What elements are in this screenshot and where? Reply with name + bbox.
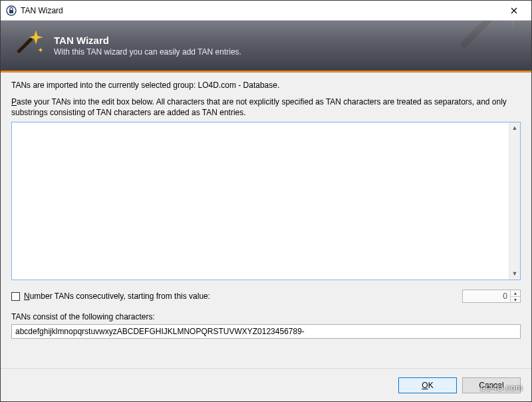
paste-label: Paste your TANs into the edit box below.…: [11, 97, 521, 118]
number-row: Number TANs consecutively, starting from…: [11, 290, 521, 303]
svg-rect-4: [17, 37, 33, 54]
ok-button[interactable]: OK: [398, 377, 457, 393]
banner-text: TAN Wizard With this TAN wizard you can …: [54, 35, 241, 57]
tan-textarea-container: ▲ ▼: [11, 122, 521, 280]
svg-rect-2: [459, 21, 501, 49]
number-label-rest: umber TANs consecutively, starting from …: [30, 292, 210, 301]
number-checkbox[interactable]: [11, 292, 20, 301]
banner-subtitle: With this TAN wizard you can easily add …: [54, 47, 241, 57]
close-icon: [511, 7, 517, 14]
svg-marker-7: [38, 47, 43, 53]
cancel-button[interactable]: Cancel: [462, 377, 521, 393]
spinner-arrows: ▲ ▼: [510, 290, 520, 302]
banner-heading: TAN Wizard: [54, 35, 241, 46]
chars-label: TANs consist of the following characters…: [11, 312, 521, 321]
scrollbar[interactable]: ▲ ▼: [509, 122, 520, 280]
number-mnemonic: N: [24, 292, 30, 301]
number-checkbox-label[interactable]: Number TANs consecutively, starting from…: [24, 292, 210, 301]
tan-wizard-window: TAN Wizard TAN Wizard With this TAN wiza…: [0, 0, 532, 402]
svg-rect-1: [9, 10, 13, 13]
wand-icon: [14, 29, 46, 63]
import-group-line: TANs are imported into the currently sel…: [11, 81, 521, 90]
chars-input[interactable]: [11, 324, 521, 339]
import-group-name: LO4D.com - Database: [198, 81, 277, 90]
svg-marker-6: [29, 31, 43, 44]
ok-rest: K: [428, 381, 434, 390]
number-start-value[interactable]: 0: [463, 290, 510, 302]
window-title: TAN Wizard: [21, 6, 499, 15]
spinner-down-icon[interactable]: ▼: [511, 297, 520, 303]
paste-label-rest: aste your TANs into the edit box below. …: [11, 97, 507, 117]
close-button[interactable]: [499, 1, 529, 20]
number-start-spinner[interactable]: 0 ▲ ▼: [462, 290, 521, 303]
lock-icon: [6, 5, 17, 16]
scroll-up-icon[interactable]: ▲: [511, 124, 519, 132]
paste-mnemonic: P: [11, 97, 17, 106]
dialog-body: TANs are imported into the currently sel…: [1, 73, 531, 368]
import-suffix: .: [277, 81, 279, 90]
spinner-up-icon[interactable]: ▲: [511, 290, 520, 297]
ok-mnemonic: O: [422, 381, 428, 390]
titlebar[interactable]: TAN Wizard: [1, 1, 531, 21]
import-prefix: TANs are imported into the currently sel…: [11, 81, 198, 90]
scroll-down-icon[interactable]: ▼: [511, 270, 519, 278]
banner: TAN Wizard With this TAN wizard you can …: [1, 21, 531, 73]
footer: OK Cancel: [1, 368, 531, 401]
tan-textarea[interactable]: [12, 122, 509, 280]
svg-marker-3: [495, 21, 530, 27]
wand-icon-bg: [454, 21, 531, 73]
